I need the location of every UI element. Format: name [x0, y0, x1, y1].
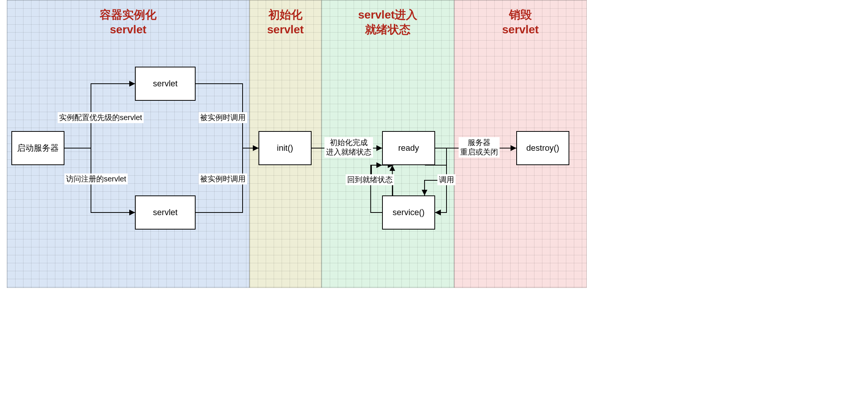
- phase-title-instantiate: 容器实例化 servlet: [7, 7, 249, 37]
- phase-title-destroy: 销毁 servlet: [454, 7, 586, 37]
- node-start: 启动服务器: [11, 131, 64, 165]
- node-label: destroy(): [526, 143, 559, 153]
- node-label: ready: [398, 143, 419, 153]
- diagram-canvas: 容器实例化 servlet 初始化 servlet servlet进入 就绪状态…: [0, 0, 868, 400]
- node-service: service(): [382, 195, 435, 230]
- edge-label-cfg-priority: 实例配置优先级的servlet: [58, 112, 144, 123]
- phase-title-line: 就绪状态: [365, 23, 410, 36]
- node-ready: ready: [382, 131, 435, 165]
- edge-label-on-inst-bot: 被实例时调用: [199, 173, 247, 184]
- edge-label-restart: 服务器 重启或关闭: [459, 137, 500, 158]
- edge-label-on-inst-top: 被实例时调用: [199, 112, 247, 123]
- node-servlet-bottom: servlet: [135, 195, 196, 230]
- phase-title-line: servlet: [267, 23, 304, 36]
- phase-title-line: servlet: [502, 23, 539, 36]
- phase-title-line: 初始化: [268, 8, 302, 21]
- edge-label-visit-reg: 访问注册的servlet: [64, 173, 128, 184]
- node-label: servlet: [153, 79, 178, 89]
- node-destroy: destroy(): [516, 131, 569, 165]
- phase-title-line: 容器实例化: [100, 8, 157, 21]
- phase-title-line: servlet: [110, 23, 147, 36]
- phase-title-ready: servlet进入 就绪状态: [322, 7, 454, 37]
- node-label: service(): [393, 208, 425, 217]
- edge-label-back-ready: 回到就绪状态: [346, 174, 394, 185]
- edge-label-init-done: 初始化完成 进入就绪状态: [324, 137, 373, 158]
- phase-title-line: servlet进入: [358, 8, 418, 21]
- edge-label-call: 调用: [437, 174, 456, 185]
- node-label: 启动服务器: [17, 142, 59, 154]
- node-servlet-top: servlet: [135, 67, 196, 101]
- phase-title-init: 初始化 servlet: [250, 7, 321, 37]
- node-label: init(): [277, 143, 293, 153]
- node-init: init(): [259, 131, 312, 165]
- phase-title-line: 销毁: [509, 8, 532, 21]
- node-label: servlet: [153, 208, 178, 217]
